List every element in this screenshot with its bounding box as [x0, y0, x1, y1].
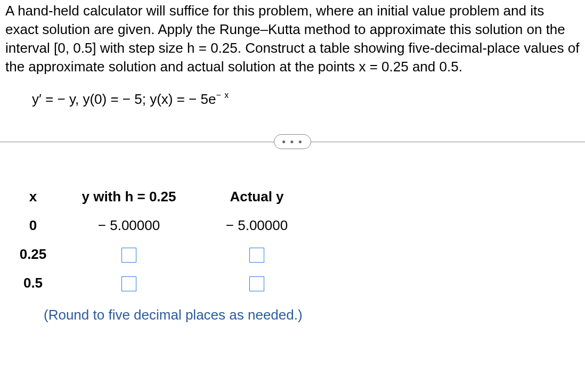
- problem-statement: A hand-held calculator will suffice for …: [0, 0, 585, 76]
- approx-input[interactable]: [121, 248, 136, 263]
- actual-input[interactable]: [249, 248, 264, 263]
- rounding-hint: (Round to five decimal places as needed.…: [44, 307, 585, 323]
- header-x: x: [6, 189, 60, 205]
- equation-body: y′ = − y, y(0) = − 5; y(x) = − 5e: [32, 91, 216, 107]
- cell-actual: [198, 246, 315, 263]
- cell-x: 0.25: [6, 246, 60, 263]
- header-actual: Actual y: [198, 189, 315, 205]
- cell-actual: − 5.00000: [198, 217, 315, 234]
- cell-x: 0: [6, 217, 60, 234]
- cell-x: 0.5: [6, 275, 60, 291]
- table-row: 0 − 5.00000 − 5.00000: [6, 211, 585, 240]
- solution-table: x y with h = 0.25 Actual y 0 − 5.00000 −…: [6, 182, 585, 323]
- table-row: 0.5: [6, 268, 585, 297]
- cell-approx: [60, 275, 198, 291]
- cell-approx: [60, 246, 198, 263]
- actual-input[interactable]: [249, 276, 264, 291]
- divider-row: • • •: [0, 134, 585, 150]
- cell-actual: [198, 275, 315, 291]
- equation: y′ = − y, y(0) = − 5; y(x) = − 5e− x: [0, 76, 585, 108]
- approx-input[interactable]: [121, 276, 136, 291]
- cell-approx: − 5.00000: [60, 217, 198, 234]
- table-row: 0.25: [6, 240, 585, 268]
- table-header-row: x y with h = 0.25 Actual y: [6, 182, 585, 211]
- header-approx: y with h = 0.25: [60, 189, 198, 205]
- more-button[interactable]: • • •: [274, 134, 311, 149]
- equation-exponent: − x: [216, 91, 229, 100]
